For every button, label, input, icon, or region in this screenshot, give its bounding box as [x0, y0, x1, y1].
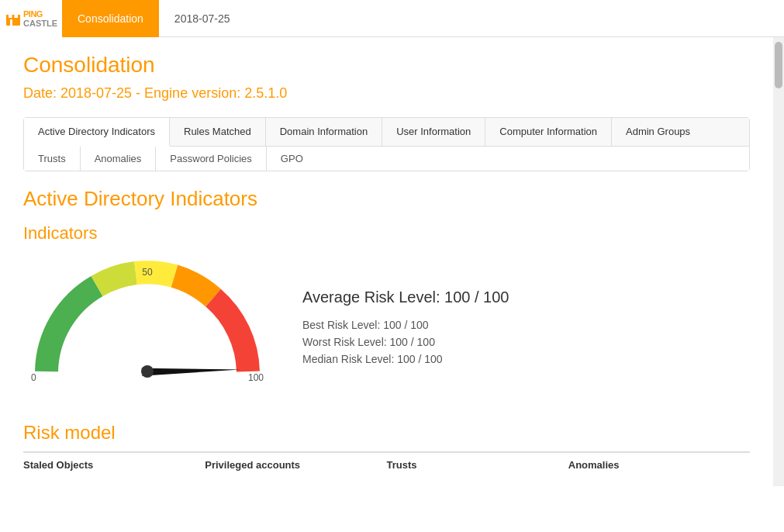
gauge-area: 50	[23, 259, 750, 399]
average-risk: Average Risk Level: 100 / 100	[302, 288, 750, 306]
scrollbar-thumb[interactable]	[775, 42, 782, 88]
logo-text: PING CASTLE	[23, 9, 57, 28]
risk-model-section: Risk model Staled Objects Privileged acc…	[23, 422, 750, 471]
tabs-row1: Active Directory Indicators Rules Matche…	[24, 118, 749, 147]
tab-trusts[interactable]: Trusts	[24, 147, 81, 171]
tab-computer-information[interactable]: Computer Information	[485, 118, 612, 146]
indicators-section: Active Directory Indicators Indicators 5…	[23, 187, 750, 399]
section-title: Active Directory Indicators	[23, 187, 750, 211]
subsection-title: Indicators	[23, 223, 750, 244]
tabs-container: Active Directory Indicators Rules Matche…	[23, 117, 750, 171]
nav-consolidation[interactable]: Consolidation	[62, 0, 159, 37]
main-content: Consolidation Date: 2018-07-25 - Engine …	[0, 37, 773, 486]
svg-rect-0	[6, 18, 20, 26]
gauge-label-0: 0	[31, 372, 36, 383]
page-subtitle: Date: 2018-07-25 - Engine version: 2.5.1…	[23, 85, 750, 102]
scrollbar-track[interactable]	[773, 37, 784, 486]
gauge-stats: Average Risk Level: 100 / 100 Best Risk …	[302, 288, 750, 370]
page-title: Consolidation	[23, 53, 750, 78]
gauge-label-50: 50	[142, 267, 152, 278]
risk-model-columns: Staled Objects Privileged accounts Trust…	[23, 451, 750, 471]
ping-castle-icon	[5, 10, 22, 27]
svg-rect-4	[10, 19, 12, 26]
logo-icon: PING CASTLE	[5, 9, 57, 28]
nav-date: 2018-07-25	[159, 12, 246, 25]
gauge-svg	[23, 259, 271, 391]
svg-rect-1	[6, 15, 9, 19]
gauge-label-100: 100	[248, 372, 264, 383]
header: PING CASTLE Consolidation 2018-07-25	[0, 0, 784, 37]
tab-active-directory-indicators[interactable]: Active Directory Indicators	[24, 118, 170, 147]
tab-user-information[interactable]: User Information	[382, 118, 485, 146]
svg-rect-2	[12, 15, 15, 19]
tabs-row2: Trusts Anomalies Password Policies GPO	[24, 147, 749, 171]
risk-col-anomalies: Anomalies	[568, 451, 750, 471]
risk-col-staled: Staled Objects	[23, 451, 205, 471]
tab-rules-matched[interactable]: Rules Matched	[170, 118, 266, 146]
gauge-container: 50	[23, 259, 271, 399]
risk-model-title: Risk model	[23, 422, 750, 444]
tab-admin-groups[interactable]: Admin Groups	[612, 118, 704, 146]
tab-gpo[interactable]: GPO	[267, 147, 317, 171]
tab-anomalies[interactable]: Anomalies	[81, 147, 157, 171]
svg-rect-3	[18, 15, 20, 19]
gauge-labels: 0 100	[23, 372, 271, 383]
best-risk: Best Risk Level: 100 / 100	[302, 319, 750, 331]
logo: PING CASTLE	[0, 0, 62, 37]
worst-risk: Worst Risk Level: 100 / 100	[302, 336, 750, 348]
median-risk: Median Risk Level: 100 / 100	[302, 353, 750, 365]
risk-col-privileged: Privileged accounts	[205, 451, 386, 471]
tab-password-policies[interactable]: Password Policies	[156, 147, 267, 171]
risk-col-trusts: Trusts	[387, 451, 568, 471]
tab-domain-information[interactable]: Domain Information	[266, 118, 382, 146]
